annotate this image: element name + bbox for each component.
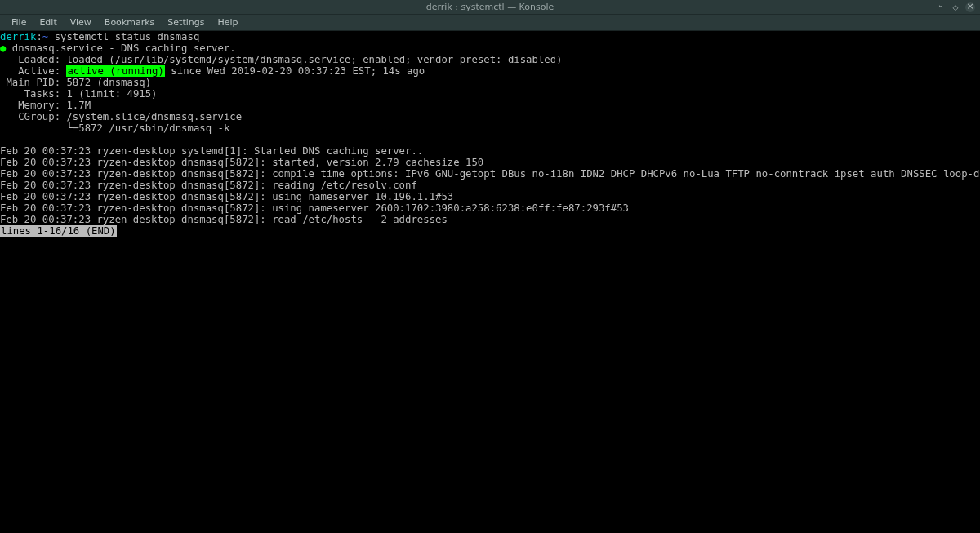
maximize-icon[interactable] [951, 2, 960, 12]
prompt-user: derrik [0, 31, 36, 42]
cgroup-label: CGroup: [18, 111, 60, 122]
unit-name: dnsmasq.service - DNS caching server. [12, 42, 236, 54]
active-since: since Wed 2019-02-20 00:37:23 EST; 14s a… [165, 65, 425, 77]
window-title: derrik : systemctl — Konsole [426, 2, 555, 12]
tasks-value: 1 (limit: 4915) [66, 88, 157, 100]
mainpid-value: 5872 (dnsmasq) [66, 77, 151, 88]
log-line: Feb 20 00:37:23 ryzen-desktop dnsmasq[58… [0, 214, 448, 225]
menu-help[interactable]: Help [211, 16, 244, 29]
menu-settings[interactable]: Settings [161, 16, 211, 29]
log-line: Feb 20 00:37:23 ryzen-desktop dnsmasq[58… [0, 168, 980, 180]
memory-label: Memory: [18, 100, 60, 111]
cgroup-value: /system.slice/dnsmasq.service [66, 111, 242, 122]
log-line: Feb 20 00:37:23 ryzen-desktop dnsmasq[58… [0, 202, 629, 214]
prompt-command: systemctl status dnsmasq [55, 31, 200, 42]
log-line: Feb 20 00:37:23 ryzen-desktop dnsmasq[58… [0, 157, 483, 168]
loaded-value: loaded (/usr/lib/systemd/system/dnsmasq.… [66, 54, 562, 65]
memory-value: 1.7M [66, 100, 91, 111]
log-line: Feb 20 00:37:23 ryzen-desktop dnsmasq[58… [0, 191, 453, 202]
terminal-viewport[interactable]: derrik:~ systemctl status dnsmasq ● dnsm… [0, 31, 980, 533]
menu-bookmarks[interactable]: Bookmarks [98, 16, 161, 29]
menu-file[interactable]: File [5, 16, 33, 29]
cgroup-tree: └─5872 /usr/sbin/dnsmasq -k [66, 122, 229, 134]
minimize-icon[interactable] [936, 2, 946, 12]
loaded-label: Loaded: [18, 54, 60, 65]
menu-view[interactable]: View [64, 16, 98, 29]
log-line: Feb 20 00:37:23 ryzen-desktop systemd[1]… [0, 145, 423, 157]
active-state: active (running) [66, 65, 164, 77]
close-icon[interactable] [965, 2, 975, 12]
window-controls [936, 2, 975, 12]
prompt-separator: : [36, 31, 42, 42]
prompt-path: ~ [42, 31, 48, 42]
tasks-label: Tasks: [24, 88, 60, 100]
menubar: File Edit View Bookmarks Settings Help [0, 15, 980, 31]
menu-edit[interactable]: Edit [33, 16, 63, 29]
pager-status: lines 1-16/16 (END) [0, 225, 117, 237]
active-label: Active: [18, 65, 60, 77]
status-bullet-icon: ● [0, 42, 6, 54]
text-cursor-icon [457, 298, 457, 309]
log-line: Feb 20 00:37:23 ryzen-desktop dnsmasq[58… [0, 180, 417, 191]
window-titlebar: derrik : systemctl — Konsole [0, 0, 980, 15]
mainpid-label: Main PID: [6, 77, 60, 88]
